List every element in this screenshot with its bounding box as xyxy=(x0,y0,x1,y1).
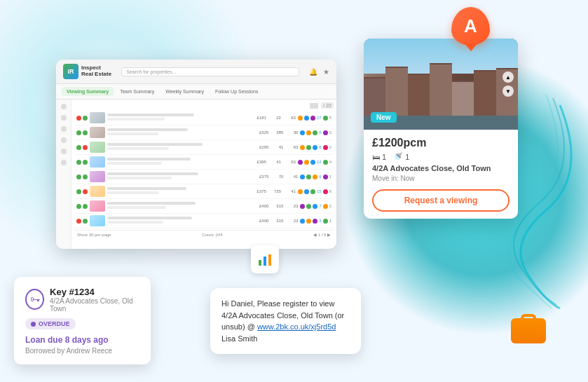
sidebar-dot-2 xyxy=(61,115,67,121)
row-num-22: £400 xyxy=(256,219,268,223)
pagination-show: Show 30 per page xyxy=(77,233,111,237)
row-dots-7: 7 2 xyxy=(300,204,331,209)
tab-weekly-summary[interactable]: Weekly Summary xyxy=(160,87,209,96)
row-img-4 xyxy=(90,156,105,168)
property-movein: Move in: Now xyxy=(372,175,510,182)
row-dots-5: 9 1 xyxy=(300,175,331,179)
loan-due-text: Loan due 8 days ago xyxy=(25,335,139,345)
row-img-3 xyxy=(90,142,105,153)
table-row: £395 41 63 12 4 xyxy=(74,155,334,170)
stats-icon xyxy=(251,245,279,273)
toolbar-icon-1 xyxy=(310,103,318,109)
row-num-23: 315 xyxy=(271,219,283,223)
row-num-16: £375 xyxy=(254,189,266,193)
crm-toolbar: / 22 xyxy=(74,102,334,109)
crm-content: / 22 £181 22 63 xyxy=(71,100,336,249)
app-icon-a: A xyxy=(451,7,490,46)
row-num-1: £181 xyxy=(254,116,266,120)
crm-pagination: Show 30 per page Count: 244 ◀ 1 / 9 ▶ xyxy=(74,230,334,238)
toolbar-count: / 22 xyxy=(321,102,334,109)
bath-count: 🚿 1 xyxy=(393,152,409,161)
bed-icon: 🛏 xyxy=(372,153,380,161)
loan-borrowed: Borrowed by Andrew Reece xyxy=(25,347,139,355)
table-row: £375 70 41 9 1 xyxy=(74,170,334,184)
row-num-4: £325 xyxy=(256,130,268,135)
row-num-24: 23 xyxy=(285,219,298,223)
row-img-1 xyxy=(90,112,105,123)
nav-arrow-up[interactable]: ▲ xyxy=(502,71,514,83)
row-text-3 xyxy=(107,143,254,151)
tab-team-summary[interactable]: Team Summary xyxy=(115,87,159,96)
overdue-badge: OVERDUE xyxy=(25,318,76,329)
request-viewing-button[interactable]: Request a viewing xyxy=(372,189,510,212)
sms-card: Hi Daniel, Please register to view 4/2A … xyxy=(210,288,361,354)
pagination-count: Count: 244 xyxy=(202,233,222,237)
sms-link[interactable]: www.2bk.co.uk/xj5rd5d xyxy=(257,322,336,331)
row-num-11: 41 xyxy=(268,160,281,164)
borrowed-by: Andrew Reece xyxy=(66,347,112,355)
row-num-21: 23 xyxy=(285,204,298,208)
crm-window: IR InspectReal Estate Search for propert… xyxy=(56,60,336,249)
row-num-17: 735 xyxy=(268,189,281,193)
svg-rect-0 xyxy=(259,260,261,266)
property-features: 🛏 1 🚿 1 xyxy=(372,152,510,161)
app-letter: A xyxy=(464,15,477,37)
briefcase-body xyxy=(511,318,546,343)
crm-logo-icon: IR xyxy=(63,64,78,79)
crm-sidebar xyxy=(56,100,71,249)
property-image: New ▲ ▼ xyxy=(364,39,518,130)
tab-viewing-summary[interactable]: Viewing Summary xyxy=(62,87,114,96)
crm-body: / 22 £181 22 63 xyxy=(56,100,336,249)
row-num-12: 63 xyxy=(283,160,296,164)
sms-sender: Lisa Smith xyxy=(221,334,257,343)
table-row: £295 41 63 8 2 xyxy=(74,140,334,155)
new-badge: New xyxy=(371,112,397,123)
svg-rect-2 xyxy=(268,254,271,266)
row-img-5 xyxy=(90,171,105,182)
row-dots-2: 5 3 xyxy=(300,130,331,135)
row-num-18: 41 xyxy=(283,189,296,193)
row-text-1 xyxy=(107,114,252,122)
row-num-20: 315 xyxy=(271,204,283,208)
table-row: £400 315 23 7 2 xyxy=(74,199,334,214)
sidebar-dot-4 xyxy=(61,137,67,143)
pagination-pages: ◀ 1 / 9 ▶ xyxy=(313,232,331,237)
row-num-14: 70 xyxy=(271,175,283,179)
crm-search-bar[interactable]: Search for properties... xyxy=(121,67,299,76)
row-text-7 xyxy=(107,202,254,210)
row-dots-4: 12 4 xyxy=(298,160,331,165)
row-dots-8: 3 1 xyxy=(300,219,331,224)
tab-followup-sessions[interactable]: Follow Up Sessions xyxy=(210,87,263,96)
row-text-2 xyxy=(107,128,254,137)
crm-titlebar: IR InspectReal Estate Search for propert… xyxy=(56,60,336,84)
row-dots-3: 8 2 xyxy=(300,145,331,150)
briefcase-icon xyxy=(511,314,546,343)
table-row: £400 315 23 3 1 xyxy=(74,214,334,228)
key-card: 🗝 Key #1234 4/2A Advocates Close, Old To… xyxy=(14,277,151,365)
sidebar-dot-1 xyxy=(61,104,67,109)
crm-notification-icon: 🔔 xyxy=(309,68,317,76)
nav-arrow-down[interactable]: ▼ xyxy=(502,86,514,97)
row-dots-6: 15 6 xyxy=(298,189,331,194)
key-symbol: 🗝 xyxy=(30,294,40,305)
crm-logo: IR InspectReal Estate xyxy=(63,64,111,79)
crm-star-icon: ★ xyxy=(323,68,329,76)
svg-rect-1 xyxy=(264,257,266,266)
row-text-5 xyxy=(107,172,254,181)
row-num-13: £375 xyxy=(256,175,268,179)
sidebar-dot-5 xyxy=(61,149,67,154)
row-text-8 xyxy=(107,217,254,225)
bed-count: 🛏 1 xyxy=(372,153,386,161)
row-num-19: £400 xyxy=(256,204,268,208)
row-num-15: 41 xyxy=(285,175,298,179)
row-img-8 xyxy=(90,215,105,226)
borrowed-label: Borrowed by xyxy=(25,347,64,355)
row-text-4 xyxy=(107,158,252,166)
property-info: £1200pcm 🛏 1 🚿 1 4/2A Advocates Close, O… xyxy=(364,130,518,219)
nav-arrows: ▲ ▼ xyxy=(502,71,514,97)
bed-number: 1 xyxy=(382,153,386,161)
row-num-7: £295 xyxy=(256,145,268,149)
stats-svg xyxy=(257,252,273,267)
crm-nav-tabs: Viewing Summary Team Summary Weekly Summ… xyxy=(56,84,336,100)
row-num-9: 63 xyxy=(285,145,298,149)
